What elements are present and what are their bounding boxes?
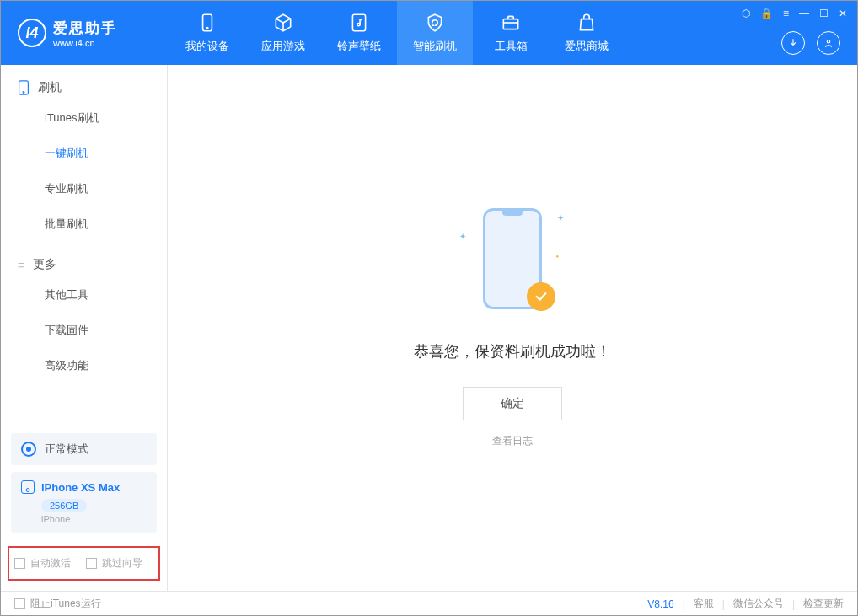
mode-indicator-icon bbox=[21, 442, 36, 457]
svg-point-5 bbox=[827, 40, 830, 44]
close-button[interactable]: ✕ bbox=[839, 8, 847, 19]
device-mode-box[interactable]: 正常模式 bbox=[11, 433, 157, 465]
tab-label: 爱思商城 bbox=[565, 39, 609, 54]
toolbox-icon bbox=[500, 12, 522, 34]
sidebar-item-advanced[interactable]: 高级功能 bbox=[1, 348, 167, 383]
tab-label: 我的设备 bbox=[185, 39, 229, 54]
svg-rect-6 bbox=[19, 81, 29, 94]
device-info-box[interactable]: iPhone XS Max 256GB iPhone bbox=[11, 472, 157, 533]
device-storage: 256GB bbox=[41, 499, 87, 512]
svg-rect-4 bbox=[503, 19, 517, 29]
tab-label: 工具箱 bbox=[495, 39, 528, 54]
checkbox-auto-activate[interactable]: 自动激活 bbox=[14, 556, 71, 570]
lock-icon[interactable]: 🔒 bbox=[760, 8, 773, 19]
body-area: 刷机 iTunes刷机 一键刷机 专业刷机 批量刷机 ≡ 更多 其他工具 下载固… bbox=[1, 65, 857, 591]
device-phone-icon bbox=[21, 480, 35, 494]
list-icon: ≡ bbox=[18, 259, 24, 271]
menu-icon[interactable]: ≡ bbox=[783, 8, 789, 19]
footer-link-support[interactable]: 客服 bbox=[694, 597, 714, 611]
bag-icon bbox=[576, 12, 598, 34]
tab-label: 铃声壁纸 bbox=[337, 39, 381, 54]
section-label: 刷机 bbox=[38, 80, 62, 95]
window-controls: ⬡ 🔒 ≡ — ☐ ✕ bbox=[742, 8, 847, 19]
sidebar-section-more: ≡ 更多 bbox=[1, 242, 167, 277]
device-type: iPhone bbox=[41, 514, 147, 524]
logo-area: i4 爱思助手 www.i4.cn bbox=[1, 19, 169, 48]
success-check-icon bbox=[527, 282, 555, 311]
cube-icon bbox=[272, 12, 294, 34]
minimize-button[interactable]: — bbox=[799, 8, 809, 19]
user-icon[interactable] bbox=[817, 31, 840, 55]
checkbox-label: 阻止iTunes运行 bbox=[30, 597, 101, 611]
options-highlight-box: 自动激活 跳过向导 bbox=[8, 546, 160, 581]
mode-label: 正常模式 bbox=[45, 442, 88, 457]
sparkle-icon: ● bbox=[555, 254, 559, 259]
tab-store[interactable]: 爱思商城 bbox=[549, 1, 625, 65]
tshirt-icon[interactable]: ⬡ bbox=[742, 8, 750, 19]
download-icon[interactable] bbox=[781, 31, 805, 55]
version-label: V8.16 bbox=[647, 598, 673, 610]
main-content: ✦ ✦ ● 恭喜您，保资料刷机成功啦！ 确定 查看日志 bbox=[168, 65, 857, 591]
checkbox-icon bbox=[14, 598, 25, 609]
sidebar-item-other-tools[interactable]: 其他工具 bbox=[1, 277, 167, 313]
device-icon bbox=[18, 80, 29, 95]
view-log-link[interactable]: 查看日志 bbox=[492, 434, 533, 448]
ok-button[interactable]: 确定 bbox=[463, 387, 562, 420]
checkbox-icon bbox=[14, 558, 25, 569]
tab-ringtones-wallpapers[interactable]: 铃声壁纸 bbox=[321, 1, 397, 65]
checkbox-block-itunes[interactable]: 阻止iTunes运行 bbox=[14, 597, 101, 611]
checkbox-label: 自动激活 bbox=[30, 556, 71, 570]
sidebar-item-oneclick-flash[interactable]: 一键刷机 bbox=[1, 136, 167, 171]
footer-right: V8.16 | 客服 | 微信公众号 | 检查更新 bbox=[647, 597, 844, 611]
tab-toolbox[interactable]: 工具箱 bbox=[473, 1, 549, 65]
section-label: 更多 bbox=[33, 257, 56, 272]
sidebar-item-itunes-flash[interactable]: iTunes刷机 bbox=[1, 100, 167, 136]
tab-label: 应用游戏 bbox=[261, 39, 305, 54]
nav-tabs: 我的设备 应用游戏 铃声壁纸 智能刷机 工具箱 爱思商城 bbox=[169, 1, 625, 65]
svg-point-7 bbox=[23, 92, 24, 94]
tab-apps-games[interactable]: 应用游戏 bbox=[245, 1, 321, 65]
header-action-icons bbox=[781, 31, 840, 55]
sidebar-item-pro-flash[interactable]: 专业刷机 bbox=[1, 171, 167, 206]
checkbox-label: 跳过向导 bbox=[102, 556, 142, 570]
footer-link-update[interactable]: 检查更新 bbox=[803, 597, 844, 611]
sparkle-icon: ✦ bbox=[557, 213, 564, 222]
success-message: 恭喜您，保资料刷机成功啦！ bbox=[414, 341, 611, 362]
app-title: 爱思助手 bbox=[53, 19, 117, 38]
sidebar: 刷机 iTunes刷机 一键刷机 专业刷机 批量刷机 ≡ 更多 其他工具 下载固… bbox=[1, 65, 168, 591]
sidebar-section-flash: 刷机 bbox=[1, 65, 167, 100]
app-header: i4 爱思助手 www.i4.cn 我的设备 应用游戏 铃声壁纸 智能刷机 工具… bbox=[1, 1, 857, 65]
tab-my-device[interactable]: 我的设备 bbox=[169, 1, 245, 65]
sidebar-item-download-firmware[interactable]: 下载固件 bbox=[1, 313, 167, 348]
app-logo-icon: i4 bbox=[18, 19, 46, 47]
checkbox-icon bbox=[86, 558, 97, 569]
music-file-icon bbox=[348, 12, 370, 34]
logo-text: 爱思助手 www.i4.cn bbox=[53, 19, 117, 48]
footer-bar: 阻止iTunes运行 V8.16 | 客服 | 微信公众号 | 检查更新 bbox=[1, 591, 857, 616]
sidebar-item-batch-flash[interactable]: 批量刷机 bbox=[1, 206, 167, 242]
footer-link-wechat[interactable]: 微信公众号 bbox=[733, 597, 784, 611]
checkbox-skip-guide[interactable]: 跳过向导 bbox=[86, 556, 142, 570]
tab-smart-flash[interactable]: 智能刷机 bbox=[397, 1, 473, 65]
success-illustration: ✦ ✦ ● bbox=[466, 208, 559, 318]
refresh-shield-icon bbox=[424, 12, 446, 34]
device-name: iPhone XS Max bbox=[41, 481, 120, 494]
sparkle-icon: ✦ bbox=[459, 232, 466, 241]
phone-icon bbox=[196, 12, 218, 34]
maximize-button[interactable]: ☐ bbox=[819, 8, 829, 19]
app-subtitle: www.i4.cn bbox=[53, 38, 117, 48]
tab-label: 智能刷机 bbox=[413, 39, 457, 54]
svg-point-1 bbox=[206, 28, 208, 29]
svg-point-3 bbox=[357, 24, 360, 26]
